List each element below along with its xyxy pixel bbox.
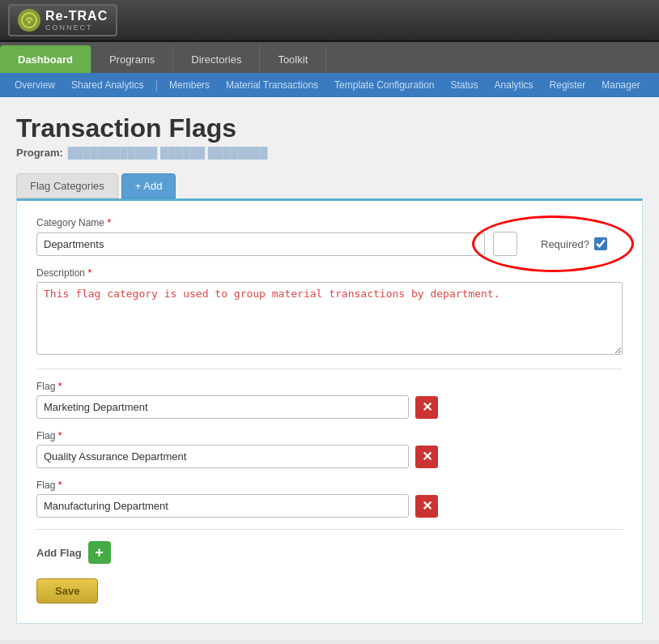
sub-nav-manager[interactable]: Manager	[593, 73, 648, 97]
add-flag-label: Add Flag	[36, 547, 82, 559]
page-title: Transaction Flags	[16, 113, 643, 143]
form-tabs-bar: Flag Categories + Add	[16, 173, 643, 198]
required-checkbox[interactable]	[594, 237, 607, 250]
flag-row-3: Flag * ✕	[36, 480, 623, 518]
flag-label-1: Flag *	[36, 381, 623, 392]
logo-text: Re-TRAC	[45, 9, 108, 23]
tab-add[interactable]: + Add	[121, 173, 176, 198]
page-content: Transaction Flags Program: ████████████ …	[0, 97, 659, 640]
nav-tab-directories[interactable]: Directories	[173, 45, 260, 73]
sub-nav-register[interactable]: Register	[542, 73, 594, 97]
category-name-input[interactable]	[36, 232, 485, 256]
required-label: Required?	[541, 238, 589, 250]
nav-tab-toolkit[interactable]: Toolkit	[260, 45, 326, 73]
flag-delete-btn-1[interactable]: ✕	[415, 396, 438, 419]
program-label-text: Program:	[16, 147, 63, 159]
sub-nav-members[interactable]: Members	[161, 73, 218, 97]
description-row: Description * This flag category is used…	[36, 267, 623, 357]
logo-icon	[18, 9, 40, 32]
add-flag-button[interactable]: +	[88, 541, 111, 564]
program-row: Program: ████████████ ██████ ████████	[16, 147, 643, 159]
desc-required-star: *	[87, 267, 91, 279]
logo: Re-TRAC CONNECT	[8, 4, 117, 36]
flag-delete-btn-2[interactable]: ✕	[415, 446, 438, 468]
sub-nav-template-config[interactable]: Template Configuration	[326, 73, 442, 97]
logo-sub: CONNECT	[45, 23, 108, 32]
sub-nav-overview[interactable]: Overview	[6, 73, 63, 97]
divider-1	[36, 369, 623, 369]
flag-delete-btn-3[interactable]: ✕	[415, 495, 438, 518]
save-button[interactable]: Save	[36, 578, 98, 603]
sub-nav-shared-analytics[interactable]: Shared Analytics	[63, 73, 151, 97]
nav-tab-programs[interactable]: Programs	[91, 45, 173, 73]
nav-tab-dashboard[interactable]: Dashboard	[0, 45, 91, 73]
flag-input-row-3: ✕	[36, 494, 623, 518]
required-color-box	[493, 232, 517, 256]
required-star: *	[107, 217, 111, 228]
flag-input-row-2: ✕	[36, 445, 623, 468]
flag-row-1: Flag * ✕	[36, 381, 623, 419]
flag-row-2: Flag * ✕	[36, 430, 623, 468]
divider-2	[36, 529, 623, 530]
program-value: ████████████ ██████ ████████	[68, 147, 268, 159]
description-label: Description *	[36, 267, 623, 279]
category-name-field-row: Required?	[36, 232, 623, 256]
add-flag-row: Add Flag +	[36, 541, 623, 564]
sub-nav: Overview Shared Analytics | Members Mate…	[0, 73, 659, 97]
sub-nav-sep: |	[151, 79, 161, 92]
category-name-label: Category Name *	[36, 217, 623, 228]
svg-point-1	[28, 20, 31, 23]
main-nav: Dashboard Programs Directories Toolkit	[0, 42, 659, 73]
form-card: Category Name * Required? Description * …	[16, 198, 643, 624]
flag-input-row-1: ✕	[36, 395, 623, 419]
tab-flag-categories[interactable]: Flag Categories	[16, 173, 118, 198]
flag-input-1[interactable]	[36, 395, 409, 419]
required-section: Required?	[525, 237, 623, 250]
sub-nav-status[interactable]: Status	[443, 73, 487, 97]
flag-label-2: Flag *	[36, 430, 623, 441]
flag-label-3: Flag *	[36, 480, 623, 491]
top-header: Re-TRAC CONNECT	[0, 0, 659, 42]
sub-nav-material-transactions[interactable]: Material Transactions	[218, 73, 326, 97]
flag-input-2[interactable]	[36, 445, 409, 468]
category-name-row: Category Name * Required?	[36, 217, 623, 256]
flag-input-3[interactable]	[36, 494, 409, 518]
sub-nav-analytics[interactable]: Analytics	[487, 73, 542, 97]
description-textarea[interactable]: This flag category is used to group mate…	[36, 282, 623, 355]
